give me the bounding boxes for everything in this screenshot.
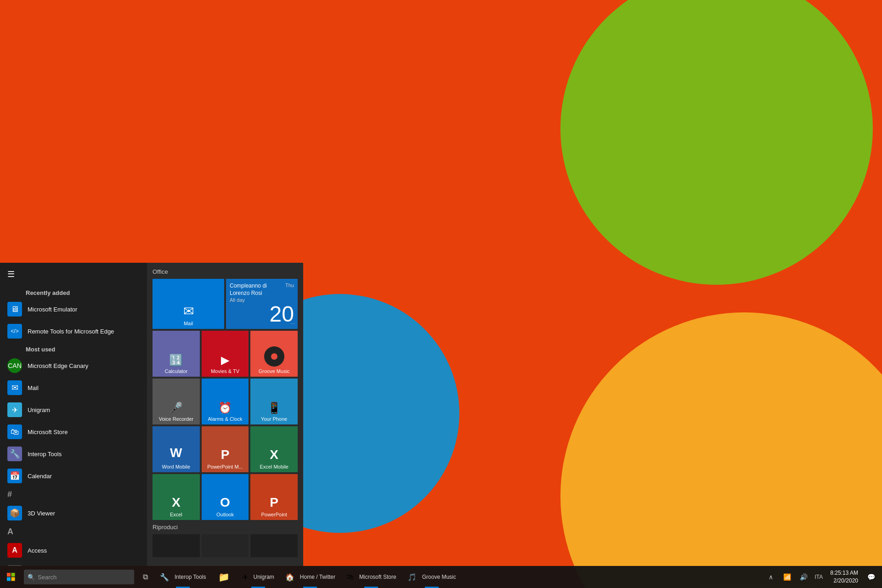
recently-added-label: Recently added: [0, 286, 147, 298]
powerpoint-tile-label: PowerPoint: [252, 512, 296, 517]
tile-ppt-mobile[interactable]: P PowerPoint M...: [202, 426, 249, 472]
app-item-remote-tools[interactable]: </> Remote Tools for Microsoft Edge: [0, 320, 147, 342]
most-used-label: Most used: [0, 342, 147, 355]
tile-powerpoint[interactable]: P PowerPoint: [250, 474, 298, 520]
svg-rect-0: [7, 573, 11, 577]
groove-music-tile-label: Groove Music: [252, 368, 296, 374]
svg-rect-1: [11, 573, 15, 577]
taskbar-app-interop-tools[interactable]: 🔧 Interop Tools: [154, 566, 212, 588]
start-menu: ☰ Recently added 🖥 Microsoft Emulator </…: [0, 263, 303, 566]
groove-music-disc-center: [271, 353, 277, 360]
taskbar-apps: 🔧 Interop Tools 📁 ✈ Unigram 🏠 Home / Twi…: [154, 566, 763, 588]
tile-groove-music[interactable]: Groove Music: [250, 331, 298, 377]
hamburger-button[interactable]: ☰: [0, 263, 147, 286]
tile-your-phone[interactable]: 📱 Your Phone: [250, 379, 298, 424]
action-center-button[interactable]: 💬: [864, 566, 878, 588]
app-item-edge-canary[interactable]: CAN Microsoft Edge Canary: [0, 355, 147, 377]
microsoft-store-taskbar-label: Microsoft Store: [359, 574, 396, 580]
mail-tile-label: Mail: [154, 321, 222, 326]
taskbar-search[interactable]: 🔍 Search: [24, 570, 134, 584]
3dviewer-icon: 📦: [7, 506, 22, 520]
svg-rect-2: [7, 577, 11, 581]
network-icon-button[interactable]: 📶: [780, 566, 795, 588]
volume-button[interactable]: 🔊: [797, 566, 811, 588]
clock-display[interactable]: 8:25:13 AM 2/20/2020: [826, 569, 862, 585]
taskbar-app-unigram[interactable]: ✈ Unigram: [237, 566, 280, 588]
your-phone-tile-label: Your Phone: [252, 416, 296, 422]
taskbar-app-home-twitter[interactable]: 🏠 Home / Twitter: [280, 566, 341, 588]
microsoft-emulator-icon: 🖥: [7, 302, 22, 317]
3dviewer-label: 3D Viewer: [28, 510, 55, 517]
start-button[interactable]: [0, 566, 22, 588]
wallpaper-circle-yellow: [560, 312, 882, 588]
action-center-icon: 💬: [867, 573, 875, 581]
movies-tv-tile-label: Movies & TV: [204, 368, 247, 374]
groove-music-taskbar-label: Groove Music: [422, 574, 456, 580]
taskbar-app-groove-music[interactable]: 🎵 Groove Music: [402, 566, 462, 588]
alpha-hash[interactable]: #: [0, 487, 147, 502]
hidden-icons-button[interactable]: ∧: [763, 566, 778, 588]
office-section-label: Office: [153, 268, 298, 275]
remote-tools-label: Remote Tools for Microsoft Edge: [28, 328, 114, 335]
microsoft-store-label: Microsoft Store: [28, 429, 68, 435]
windows-logo-icon: [7, 573, 15, 581]
microsoft-emulator-label: Microsoft Emulator: [28, 306, 77, 313]
riproduci-tile-2[interactable]: [202, 534, 249, 557]
taskbar-app-file-explorer[interactable]: 📁: [212, 566, 237, 588]
chevron-up-icon: ∧: [769, 573, 773, 581]
app-item-access[interactable]: A Access: [0, 539, 147, 561]
groove-music-disc: [264, 346, 284, 367]
calculator-icon: 🔢: [169, 354, 183, 367]
tile-excel[interactable]: X Excel: [153, 474, 200, 520]
tile-excel-mobile[interactable]: X Excel Mobile: [250, 426, 298, 472]
tile-word-mobile[interactable]: W Word Mobile: [153, 426, 200, 472]
search-icon: 🔍: [28, 574, 35, 581]
alarms-clock-tile-icon: ⏰: [218, 401, 232, 414]
calculator-tile-label: Calculator: [154, 368, 198, 374]
app-item-interop-tools[interactable]: 🔧 Interop Tools: [0, 443, 147, 465]
edge-canary-icon: CAN: [7, 358, 22, 373]
tile-calendar[interactable]: Compleanno di Lorenzo Rosi Thu All day 2…: [226, 279, 298, 329]
tile-calculator[interactable]: 🔢 Calculator: [153, 331, 200, 377]
taskbar: 🔍 Search ⧉ 🔧 Interop Tools 📁 ✈ Unigram 🏠…: [0, 566, 882, 588]
ppt-mobile-tile-label: PowerPoint M...: [204, 464, 247, 469]
tile-outlook[interactable]: O Outlook: [202, 474, 249, 520]
volume-icon: 🔊: [800, 573, 808, 581]
access-label: Access: [28, 547, 47, 554]
search-placeholder: Search: [38, 574, 57, 581]
task-view-button[interactable]: ⧉: [136, 566, 154, 588]
app-item-microsoft-store[interactable]: 🛍 Microsoft Store: [0, 421, 147, 443]
language-indicator[interactable]: ITA: [813, 574, 825, 580]
microsoft-store-taskbar-icon: 🛍: [346, 573, 354, 581]
app-item-advanced-recovery[interactable]: ↺ Advanced Recovery Companion: [0, 561, 147, 566]
wallpaper-circle-green: [560, 0, 873, 285]
excel-mobile-tile-icon: X: [270, 447, 278, 462]
tile-movies-tv[interactable]: ▶ Movies & TV: [202, 331, 249, 377]
voice-recorder-tile-label: Voice Recorder: [154, 416, 198, 422]
calendar-event-name: Compleanno di Lorenzo Rosi: [230, 283, 285, 297]
app-item-3dviewer[interactable]: 📦 3D Viewer: [0, 502, 147, 524]
remote-tools-icon: </>: [7, 324, 22, 339]
interop-tools-icon: 🔧: [7, 447, 22, 461]
file-explorer-taskbar-icon: 📁: [218, 571, 230, 582]
tile-mail[interactable]: ✉ Mail: [153, 279, 224, 329]
taskbar-app-microsoft-store[interactable]: 🛍 Microsoft Store: [341, 566, 402, 588]
app-item-unigram[interactable]: ✈ Unigram: [0, 399, 147, 421]
voice-recorder-icon: 🎤: [169, 401, 183, 414]
your-phone-icon: 📱: [267, 401, 281, 414]
excel-tile-label: Excel: [154, 512, 198, 517]
edge-canary-label: Microsoft Edge Canary: [28, 362, 88, 369]
alpha-A[interactable]: A: [0, 524, 147, 539]
riproduci-tile-3[interactable]: [250, 534, 298, 557]
tile-voice-recorder[interactable]: 🎤 Voice Recorder: [153, 379, 200, 424]
app-item-mail[interactable]: ✉ Mail: [0, 377, 147, 399]
riproduci-tile-1[interactable]: [153, 534, 200, 557]
calendar-day-name: Thu: [285, 283, 294, 297]
app-item-calendar[interactable]: 📅 Calendar: [0, 465, 147, 487]
excel-mobile-tile-label: Excel Mobile: [252, 464, 296, 469]
tile-alarms-clock[interactable]: ⏰ Alarms & Clock: [202, 379, 249, 424]
app-item-microsoft-emulator[interactable]: 🖥 Microsoft Emulator: [0, 298, 147, 320]
start-menu-tiles-panel: Office ✉ Mail Compleanno di Lorenzo Rosi…: [147, 263, 303, 566]
word-mobile-tile-label: Word Mobile: [154, 464, 198, 469]
calendar-label: Calendar: [28, 473, 52, 480]
